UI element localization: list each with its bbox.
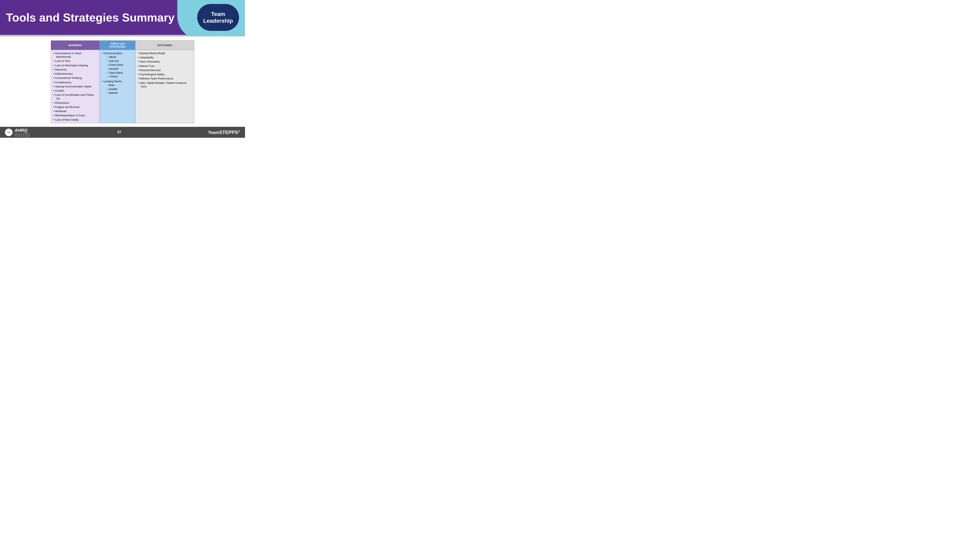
list-item: Lack of Time	[53, 59, 97, 63]
list-item: Handoff	[107, 67, 133, 71]
list-item: Lack of Coordination and Follow-Up	[53, 93, 97, 100]
page-number: 37	[117, 130, 121, 134]
col-header-barriers: BARRIERS	[51, 41, 100, 50]
tools-list: Communication SBAR Call-Out Check-Back H…	[102, 51, 133, 95]
list-item: Misinterpretation of Cues	[53, 113, 97, 118]
list-item: Adaptability	[138, 56, 192, 60]
list-item: Brief	[107, 83, 133, 87]
list-item: Lack of Information Sharing	[53, 63, 97, 67]
tools-sub-list: SBAR Call-Out Check-Back Handoff Teach-B…	[107, 55, 133, 79]
list-item: Inconsistency in Team Membership	[53, 51, 97, 59]
team-leadership-badge: TeamLeadership	[197, 4, 239, 31]
list-item: Conventional Thinking	[53, 76, 97, 80]
slide-header: Tools and Strategies Summary TeamLeaders…	[0, 0, 245, 35]
list-item: Check-Back	[107, 63, 133, 67]
list-item: Safe, Highly Reliable, Patient-Centered …	[138, 81, 192, 89]
tools-cell: Communication SBAR Call-Out Check-Back H…	[100, 50, 135, 123]
outcomes-cell: Shared Mental Model Adaptability Team Or…	[135, 50, 194, 123]
footer-logo-area: HHS AHRQ Agency for HealthcareResearch a…	[5, 128, 30, 137]
list-item: Mutual Trust	[138, 64, 192, 68]
ahrq-abbr: AHRQ	[14, 128, 30, 133]
col-header-tools: TOOLS and STRATEGIES	[100, 41, 135, 50]
slide-footer: HHS AHRQ Agency for HealthcareResearch a…	[0, 127, 245, 138]
barriers-list: Inconsistency in Team Membership Lack of…	[53, 51, 97, 122]
badge-wrap: TeamLeadership	[177, 0, 245, 36]
teamstepps-brand: TeamSTEPPS®	[208, 130, 240, 135]
list-item: Fatigue and Burnout	[53, 105, 97, 109]
summary-table: BARRIERS TOOLS and STRATEGIES OUTCOMES I…	[51, 40, 194, 123]
col-header-outcomes: OUTCOMES	[135, 41, 194, 50]
list-item: Defensiveness	[53, 71, 97, 76]
list-item: Huddle	[107, 87, 133, 91]
hhs-logo: HHS	[5, 129, 13, 136]
ahrq-full-name: Agency for HealthcareResearch and Qualit…	[14, 133, 30, 137]
list-item: Effective Team Performance	[138, 76, 192, 81]
page-title: Tools and Strategies Summary	[6, 11, 175, 24]
brand-team: Team	[208, 130, 219, 135]
list-item: Psychological Safety	[138, 72, 192, 76]
list-item: Team Orientation	[138, 60, 192, 64]
list-item: Reduced Burnout	[138, 68, 192, 72]
list-item: Debrief	[107, 91, 133, 95]
list-item: Distractions	[53, 101, 97, 105]
list-item: Call-Out	[107, 59, 133, 63]
list-item: Communication SBAR Call-Out Check-Back H…	[102, 51, 133, 79]
list-item: Leading Teams Brief Huddle Debrief	[102, 79, 133, 95]
brand-reg: ®	[238, 130, 240, 133]
tools-sub-list-2: Brief Huddle Debrief	[107, 83, 133, 95]
outcomes-list: Shared Mental Model Adaptability Team Or…	[138, 51, 192, 89]
brand-stepps: STEPPS	[219, 130, 238, 135]
barriers-cell: Inconsistency in Team Membership Lack of…	[51, 50, 100, 123]
list-item: Lack of Role Clarity	[53, 118, 97, 122]
badge-text: TeamLeadership	[203, 11, 233, 24]
list-item: Teach-Back	[107, 71, 133, 75]
list-item: Conflict	[53, 89, 97, 93]
list-item: Shared Mental Model	[138, 51, 192, 56]
list-item: Workload	[53, 109, 97, 113]
ahrq-logo-text: AHRQ Agency for HealthcareResearch and Q…	[14, 128, 30, 137]
list-item: Complacency	[53, 80, 97, 84]
list-item: Varying Communication Styles	[53, 84, 97, 89]
list-item: I-PASS	[107, 75, 133, 79]
list-item: Hierarchy	[53, 67, 97, 71]
list-item: SBAR	[107, 55, 133, 59]
main-content: BARRIERS TOOLS and STRATEGIES OUTCOMES I…	[0, 37, 245, 127]
